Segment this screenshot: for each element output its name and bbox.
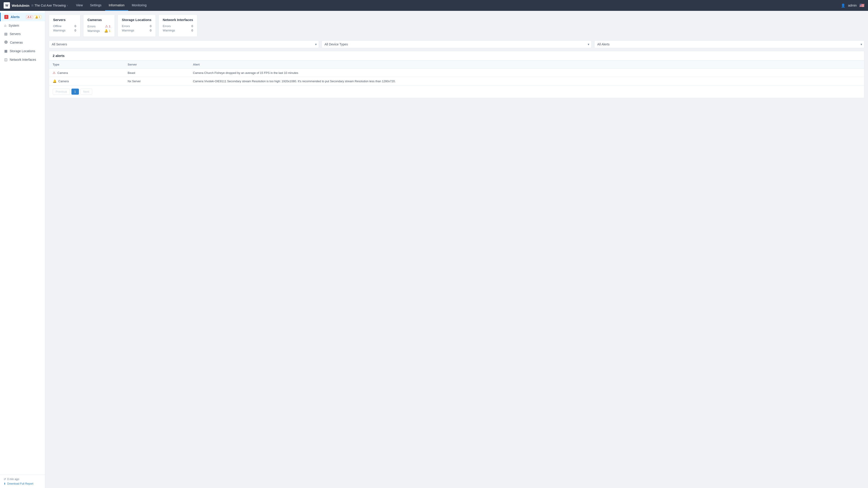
storage-errors-stat: Errors 0	[122, 24, 151, 28]
cameras-errors-stat: Errors ⚠ 1	[88, 24, 111, 28]
row2-type-cell: 🔔 Camera	[49, 77, 124, 86]
servers-filter-wrapper[interactable]: All Servers ▾	[49, 40, 319, 48]
breadcrumb-site[interactable]: The Cut Axe Throwing	[35, 4, 66, 7]
page-1-button[interactable]: 1	[71, 89, 79, 95]
row2-warning-icon: 🔔	[53, 79, 57, 83]
main-content: Servers Offline 0 Warnings 0 Cameras Err…	[45, 11, 868, 488]
servers-offline-value: 0	[74, 24, 76, 28]
network-icon: ◫	[4, 58, 7, 62]
download-icon: ⬇	[4, 482, 6, 485]
network-errors-value: 0	[191, 24, 193, 28]
flag-icon[interactable]: 🇺🇸	[860, 3, 864, 8]
storage-icon: ▦	[4, 49, 7, 53]
nav-link-settings[interactable]: Settings	[86, 0, 105, 11]
row1-server: Beast	[124, 69, 189, 77]
network-warnings-stat: Warnings 0	[163, 29, 193, 32]
sidebar-item-servers[interactable]: ▤ Servers	[0, 30, 45, 38]
row1-alert: Camera Church Fisheye dropped by an aver…	[189, 69, 864, 77]
cameras-errors-value-group: ⚠ 1	[105, 24, 111, 28]
network-errors-stat: Errors 0	[163, 24, 193, 28]
network-warnings-label: Warnings	[163, 29, 175, 32]
sidebar-item-alerts[interactable]: ! Alerts ⚠ 1 🔔 1	[0, 13, 45, 21]
refresh-icon: ↺	[4, 478, 6, 481]
servers-icon: ▤	[4, 32, 7, 36]
cameras-errors-label: Errors	[88, 25, 95, 28]
alerts-filter-wrapper[interactable]: All Alerts ▾	[594, 40, 864, 48]
alerts-warning-badge: 🔔 1	[34, 15, 41, 19]
sidebar-item-system[interactable]: ⌂ System	[0, 21, 45, 30]
system-icon: ⌂	[4, 24, 6, 27]
nav-link-information[interactable]: Information	[105, 0, 128, 11]
breadcrumb-chevron: ›	[67, 3, 68, 7]
table-row: ⚠ Camera Beast Camera Church Fisheye dro…	[49, 69, 864, 77]
cameras-card-title: Cameras	[88, 18, 111, 22]
row1-error-icon: ⚠	[53, 71, 56, 74]
cameras-errors-value: 1	[109, 25, 111, 28]
cameras-warnings-stat: Warnings 🔔 1	[88, 29, 111, 33]
warning-badge-count: 1	[39, 15, 40, 18]
sidebar-network-label: Network Interfaces	[10, 58, 41, 61]
col-type: Type	[49, 61, 124, 69]
svg-point-1	[5, 41, 6, 43]
row2-type-label: Camera	[58, 79, 69, 83]
username-label: admin	[848, 4, 857, 7]
col-server: Server	[124, 61, 189, 69]
sidebar-cameras-label: Cameras	[10, 41, 41, 44]
topnav-links: View Settings Information Monitoring	[72, 0, 150, 11]
logo-letter: W	[5, 4, 8, 7]
sidebar-system-label: System	[8, 24, 41, 27]
alerts-table-body: ⚠ Camera Beast Camera Church Fisheye dro…	[49, 69, 864, 86]
alerts-section: 2 alerts Type Server Alert ⚠ Camera	[49, 51, 864, 98]
storage-warnings-value: 0	[150, 29, 151, 32]
cameras-warnings-value-group: 🔔 1	[104, 29, 111, 33]
breadcrumb: ≡ The Cut Axe Throwing ›	[31, 3, 68, 8]
device-types-filter[interactable]: All Device Types	[322, 40, 592, 48]
sidebar: ! Alerts ⚠ 1 🔔 1 ⌂ System ▤ Servers	[0, 11, 45, 488]
device-types-filter-wrapper[interactable]: All Device Types ▾	[322, 40, 592, 48]
next-button[interactable]: Next	[80, 89, 92, 95]
top-navigation: W WebAdmin ≡ The Cut Axe Throwing › View…	[0, 0, 868, 11]
storage-card-title: Storage Locations	[122, 18, 151, 22]
servers-warnings-stat: Warnings 0	[53, 29, 76, 32]
alerts-table: Type Server Alert ⚠ Camera Beast	[49, 61, 864, 85]
download-label: Download Full Report	[7, 482, 33, 485]
alerts-table-header: Type Server Alert	[49, 61, 864, 69]
download-row[interactable]: ⬇ Download Full Report	[4, 482, 41, 485]
network-errors-label: Errors	[163, 24, 170, 28]
previous-button[interactable]: Previous	[53, 89, 70, 95]
sidebar-item-storage[interactable]: ▦ Storage Locations	[0, 47, 45, 55]
alerts-filter[interactable]: All Alerts	[594, 40, 864, 48]
storage-warnings-label: Warnings	[122, 29, 134, 32]
sidebar-item-network[interactable]: ◫ Network Interfaces	[0, 55, 45, 64]
servers-filter[interactable]: All Servers	[49, 40, 319, 48]
storage-warnings-stat: Warnings 0	[122, 29, 151, 32]
nav-link-view[interactable]: View	[72, 0, 86, 11]
row1-type-cell: ⚠ Camera	[49, 69, 124, 77]
storage-card: Storage Locations Errors 0 Warnings 0	[118, 14, 156, 37]
refresh-label: 0 min ago	[7, 478, 19, 481]
nav-link-monitoring[interactable]: Monitoring	[128, 0, 150, 11]
error-badge-icon: ⚠	[27, 15, 30, 19]
cameras-error-icon: ⚠	[105, 24, 108, 28]
storage-errors-label: Errors	[122, 24, 130, 28]
error-badge-count: 1	[30, 15, 31, 18]
servers-offline-label: Offline	[53, 24, 61, 28]
breadcrumb-icon: ≡	[31, 3, 34, 8]
sidebar-storage-label: Storage Locations	[10, 49, 41, 53]
sidebar-item-cameras[interactable]: Cameras	[0, 38, 45, 47]
row2-server: Nx Server	[124, 77, 189, 86]
user-icon: 👤	[841, 3, 845, 8]
summary-cards: Servers Offline 0 Warnings 0 Cameras Err…	[49, 14, 864, 37]
cameras-icon	[4, 40, 8, 44]
row2-alert: Camera Vivotek-OIE9111 Secondary stream …	[189, 77, 864, 86]
logo-box: W	[4, 2, 10, 8]
servers-offline-stat: Offline 0	[53, 24, 76, 28]
app-logo[interactable]: W WebAdmin	[4, 2, 29, 8]
pagination: Previous 1 Next	[49, 85, 864, 98]
cameras-warnings-value: 1	[109, 29, 111, 33]
servers-warnings-label: Warnings	[53, 29, 65, 32]
network-warnings-value: 0	[191, 29, 193, 32]
app-name: WebAdmin	[12, 4, 29, 7]
warning-badge-icon: 🔔	[35, 15, 38, 19]
main-layout: ! Alerts ⚠ 1 🔔 1 ⌂ System ▤ Servers	[0, 11, 868, 488]
